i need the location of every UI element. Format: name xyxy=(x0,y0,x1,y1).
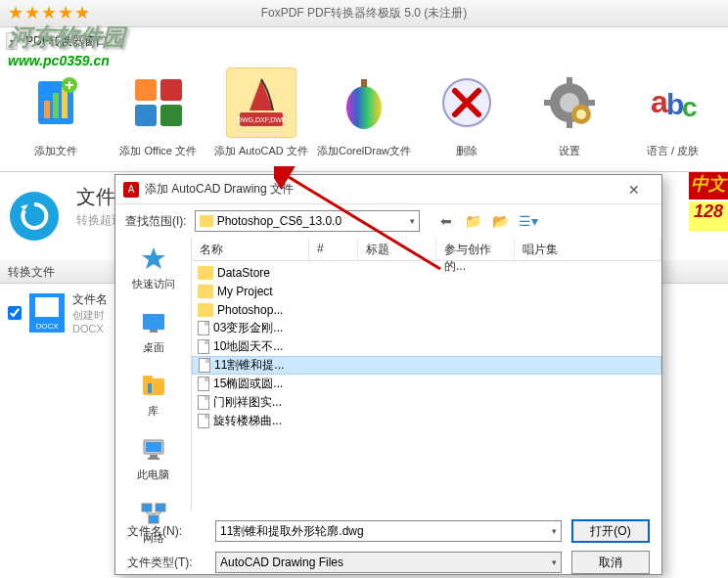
ribbon-delete[interactable]: 删除 xyxy=(420,67,515,158)
sidebar-label: 桌面 xyxy=(143,340,164,355)
svg-rect-19 xyxy=(587,100,595,106)
svg-text:DWG,DXF,DWF: DWG,DXF,DWF xyxy=(237,116,286,123)
ribbon-add-file[interactable]: 添加文件 xyxy=(8,67,103,158)
view-menu-icon[interactable]: ☰▾ xyxy=(520,212,537,230)
back-icon[interactable]: ⬅ xyxy=(437,212,455,230)
svg-rect-1 xyxy=(44,101,50,118)
sidebar-label: 快速访问 xyxy=(132,277,175,291)
filename-label: 文件名 xyxy=(72,291,108,308)
ribbon-label: 添加CorelDraw文件 xyxy=(317,144,411,158)
list-item[interactable]: My Project xyxy=(192,282,661,300)
svg-rect-33 xyxy=(148,458,159,460)
svg-rect-12 xyxy=(361,79,367,87)
svg-rect-27 xyxy=(143,378,164,395)
ribbon-settings[interactable]: 设置 xyxy=(523,67,617,158)
ribbon-add-autocad[interactable]: DWG,DXF,DWF 添加 AutoCAD 文件 xyxy=(213,67,308,158)
menu-dropdown-icon[interactable]: ▾ xyxy=(6,32,18,50)
chevron-down-icon: ▾ xyxy=(410,216,415,226)
svg-rect-35 xyxy=(156,504,165,511)
item-name: 旋转楼梯曲... xyxy=(213,413,282,429)
file-created-label: 创建时 xyxy=(72,308,108,323)
docx-icon: DOCX xyxy=(29,293,65,333)
svg-rect-7 xyxy=(135,105,157,126)
col-name[interactable]: 名称 xyxy=(192,238,309,260)
list-item[interactable]: 11割锥和提... xyxy=(192,356,661,375)
ribbon-label: 添加 AutoCAD 文件 xyxy=(214,144,308,158)
svg-rect-5 xyxy=(135,79,157,101)
svg-rect-18 xyxy=(544,100,552,106)
cancel-button[interactable]: 取消 xyxy=(571,551,650,574)
ribbon-toolbar: 添加文件 添加 Office 文件 DWG,DXF,DWF 添加 AutoCAD… xyxy=(0,55,728,172)
sidebar-library[interactable]: 库 xyxy=(136,369,171,421)
svg-rect-16 xyxy=(567,77,572,85)
file-icon xyxy=(198,395,209,410)
file-icon xyxy=(198,321,209,335)
sidebar-network[interactable]: 网络 xyxy=(136,496,171,548)
ribbon-label: 添加 Office 文件 xyxy=(119,144,197,158)
folder-icon xyxy=(198,303,213,317)
filename-label: 文件名(N): xyxy=(127,523,205,540)
col-title[interactable]: 标题 xyxy=(358,238,436,260)
filename-input[interactable]: 11割锥和提取外形轮廓.dwg▾ xyxy=(215,520,562,542)
current-folder: Photoshop_CS6_13.0.0 xyxy=(217,214,341,228)
list-item[interactable]: 03变形金刚... xyxy=(192,319,661,337)
title-bar: FoxPDF PDF转换器终极版 5.0 (未注册) xyxy=(0,0,728,27)
item-name: 11割锥和提... xyxy=(214,357,284,374)
filetype-label: 文件类型(T): xyxy=(127,555,205,571)
file-icon xyxy=(198,377,209,391)
ribbon-label: 设置 xyxy=(559,144,580,158)
col-album[interactable]: 唱片集 xyxy=(515,238,661,260)
svg-rect-8 xyxy=(160,105,182,126)
list-item[interactable]: 门刚祥图实... xyxy=(192,393,661,412)
dialog-title: 添加 AutoCAD Drawing 文件 xyxy=(145,181,614,198)
badge-chinese: 中文 xyxy=(689,172,728,201)
ribbon-add-office[interactable]: 添加 Office 文件 xyxy=(111,67,205,158)
close-button[interactable]: ✕ xyxy=(614,176,654,203)
ribbon-add-coreldraw[interactable]: 添加CorelDraw文件 xyxy=(316,67,411,158)
col-num[interactable]: # xyxy=(309,238,358,260)
svg-point-11 xyxy=(346,86,382,129)
list-item[interactable]: Photoshop... xyxy=(192,300,661,319)
file-checkbox[interactable] xyxy=(8,306,22,320)
svg-rect-26 xyxy=(150,330,158,333)
list-item[interactable]: DataStore xyxy=(192,263,661,282)
list-item[interactable]: 旋转楼梯曲... xyxy=(192,412,661,430)
open-button[interactable]: 打开(O) xyxy=(571,519,650,543)
folder-icon xyxy=(200,215,213,227)
svg-point-21 xyxy=(576,110,586,119)
search-range-label: 查找范围(I): xyxy=(125,213,187,230)
item-name: 10地圆天不... xyxy=(213,338,283,355)
file-ext-label: DOCX xyxy=(72,323,108,334)
item-name: 03变形金刚... xyxy=(213,320,283,336)
svg-rect-28 xyxy=(143,376,153,380)
list-item[interactable]: 15椭圆或圆... xyxy=(192,375,661,393)
ribbon-language[interactable]: abc 语言 / 皮肤 xyxy=(625,67,720,158)
svg-rect-25 xyxy=(143,314,164,330)
folder-icon xyxy=(198,285,213,298)
svg-text:c: c xyxy=(682,92,698,122)
sidebar-computer[interactable]: 此电脑 xyxy=(135,432,171,484)
refresh-icon[interactable] xyxy=(10,192,59,241)
list-header: 名称 # 标题 参与创作的... 唱片集 xyxy=(192,238,661,261)
svg-rect-17 xyxy=(567,120,572,128)
svg-rect-34 xyxy=(142,504,152,511)
filetype-combo[interactable]: AutoCAD Drawing Files▾ xyxy=(215,552,562,573)
sidebar-label: 此电脑 xyxy=(137,467,169,482)
item-name: 门刚祥图实... xyxy=(213,394,282,411)
up-icon[interactable]: 📁 xyxy=(465,212,482,230)
window-title: FoxPDF PDF转换器终极版 5.0 (未注册) xyxy=(261,5,468,22)
svg-rect-31 xyxy=(146,442,161,452)
file-icon xyxy=(198,339,209,354)
ribbon-label: 删除 xyxy=(456,144,478,158)
sidebar-quick-access[interactable]: 快速访问 xyxy=(130,242,177,293)
new-folder-icon[interactable]: 📂 xyxy=(492,212,510,230)
ribbon-label: 添加文件 xyxy=(34,144,77,158)
svg-rect-32 xyxy=(150,455,158,458)
folder-combo[interactable]: Photoshop_CS6_13.0.0 ▾ xyxy=(195,210,420,232)
folder-icon xyxy=(198,266,213,280)
sidebar-desktop[interactable]: 桌面 xyxy=(136,305,171,357)
col-participants[interactable]: 参与创作的... xyxy=(436,238,515,260)
item-name: 15椭圆或圆... xyxy=(213,376,283,392)
list-item[interactable]: 10地圆天不... xyxy=(192,337,661,356)
menu-label[interactable]: PDF转换器窗口 xyxy=(22,33,112,50)
